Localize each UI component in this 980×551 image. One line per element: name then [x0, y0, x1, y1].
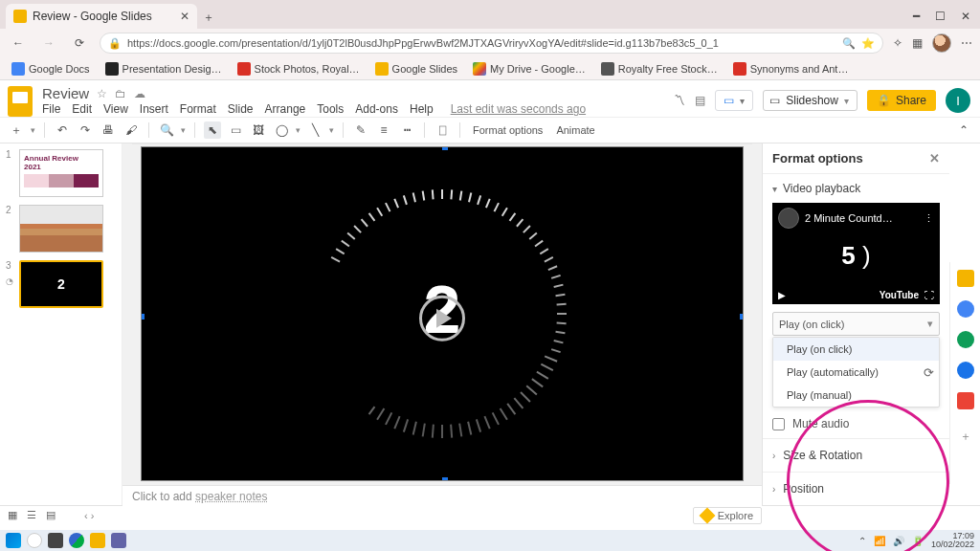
image-tool[interactable]: 🖼: [250, 121, 267, 139]
menu-arrange[interactable]: Arrange: [265, 102, 306, 116]
share-button[interactable]: 🔒Share: [867, 90, 936, 111]
taskview-icon[interactable]: [48, 533, 63, 548]
bookmark-item[interactable]: Stock Photos, Royal…: [232, 60, 366, 77]
border-weight-button[interactable]: ≡: [375, 121, 392, 139]
bookmark-item[interactable]: Google Slides: [369, 60, 464, 77]
collections-icon[interactable]: ▦: [912, 36, 923, 50]
filmstrip[interactable]: 1 Annual Review 2021 2 3◔ 2: [0, 143, 122, 505]
video-playback-section[interactable]: ▾Video playback: [772, 182, 940, 195]
battery-icon[interactable]: 🔋: [912, 536, 924, 546]
shape-tool[interactable]: ◯: [273, 121, 290, 139]
forward-button[interactable]: →: [38, 33, 59, 54]
comments-icon[interactable]: ▤: [695, 94, 705, 107]
line-tool[interactable]: ╲: [306, 121, 323, 139]
extensions-icon[interactable]: ✧: [893, 36, 902, 50]
menu-tools[interactable]: Tools: [317, 102, 344, 116]
play-icon[interactable]: ▶: [778, 290, 786, 300]
present-mode-button[interactable]: ▭▾: [715, 90, 753, 111]
bookmark-item[interactable]: Royalty Free Stock…: [595, 60, 724, 77]
position-section[interactable]: ›Position: [763, 472, 949, 505]
play-mode-select[interactable]: Play (on click) ▾: [772, 312, 940, 336]
minimize-icon[interactable]: ━: [913, 10, 920, 23]
edit-status[interactable]: Last edit was seconds ago: [451, 102, 586, 116]
video-menu-icon[interactable]: ⋮: [924, 212, 934, 225]
menu-insert[interactable]: Insert: [140, 102, 168, 116]
bookmark-item[interactable]: Google Docs: [6, 60, 96, 77]
search-page-icon[interactable]: 🔍: [842, 37, 856, 50]
bookmark-item[interactable]: Presentation Desig…: [100, 60, 228, 77]
crop-button[interactable]: ⎕: [434, 121, 451, 139]
textbox-tool[interactable]: ▭: [227, 121, 244, 139]
calendar-icon[interactable]: [957, 270, 974, 287]
play-option-manual[interactable]: Play (manual): [773, 384, 939, 407]
move-icon[interactable]: 🗀: [115, 87, 126, 100]
undo-button[interactable]: ↶: [54, 121, 71, 139]
size-rotation-section[interactable]: ›Size & Rotation: [763, 438, 949, 472]
volume-icon[interactable]: 🔊: [893, 536, 904, 546]
fullscreen-icon[interactable]: ⛶: [924, 290, 934, 300]
close-panel-icon[interactable]: ✕: [929, 151, 940, 165]
start-icon[interactable]: [6, 533, 21, 548]
bookmark-item[interactable]: Synonyms and Ant…: [727, 60, 855, 77]
play-option-auto[interactable]: Play (automatically): [773, 361, 939, 384]
refresh-icon[interactable]: ⟳: [924, 365, 934, 380]
slide-thumb-3[interactable]: 2: [19, 260, 103, 308]
reload-button[interactable]: ⟳: [69, 33, 90, 54]
account-avatar[interactable]: I: [946, 88, 970, 113]
slide-thumb-1[interactable]: Annual Review 2021: [19, 149, 103, 197]
search-icon[interactable]: [27, 533, 42, 548]
menu-file[interactable]: File: [42, 102, 60, 116]
speaker-notes[interactable]: Click to add speaker notes: [122, 485, 762, 507]
maps-icon[interactable]: [957, 392, 974, 409]
menu-slide[interactable]: Slide: [228, 102, 254, 116]
maximize-icon[interactable]: ☐: [935, 10, 946, 23]
print-button[interactable]: 🖶: [100, 121, 117, 139]
wifi-icon[interactable]: 📶: [874, 536, 885, 546]
teams-icon[interactable]: [111, 533, 126, 548]
mute-audio-row[interactable]: Mute audio: [772, 417, 940, 430]
animate-button[interactable]: Animate: [552, 122, 598, 138]
cloud-status-icon[interactable]: ☁: [134, 87, 145, 100]
border-color-button[interactable]: ✎: [352, 121, 369, 139]
add-addon-icon[interactable]: ＋: [960, 429, 971, 445]
clock[interactable]: 17:09 10/02/2022: [931, 532, 974, 549]
menu-edit[interactable]: Edit: [72, 102, 92, 116]
close-window-icon[interactable]: ✕: [961, 10, 970, 23]
explore-button[interactable]: Explore: [693, 507, 762, 524]
tasks-icon[interactable]: [957, 331, 974, 348]
format-options-button[interactable]: Format options: [469, 122, 546, 138]
favorite-icon[interactable]: ⭐: [861, 37, 875, 50]
star-icon[interactable]: ☆: [97, 87, 107, 100]
zoom-button[interactable]: 🔍: [158, 121, 175, 139]
new-slide-button[interactable]: ＋: [8, 121, 25, 139]
slide-canvas[interactable]: 2: [141, 146, 744, 481]
grid-view-icon[interactable]: ▦: [8, 509, 17, 521]
slides-logo-icon[interactable]: [8, 86, 33, 117]
activity-icon[interactable]: 〽: [674, 94, 685, 107]
menu-view[interactable]: View: [103, 102, 128, 116]
edge-icon[interactable]: [69, 533, 84, 548]
redo-button[interactable]: ↷: [77, 121, 94, 139]
browser-tab[interactable]: Review - Google Slides ✕: [6, 4, 197, 29]
profile-avatar[interactable]: [932, 33, 951, 53]
browser-menu-icon[interactable]: ⋯: [961, 36, 972, 50]
collapse-toolbar-icon[interactable]: ⌃: [955, 121, 972, 139]
contacts-icon[interactable]: [957, 362, 974, 379]
filmstrip-view-icon[interactable]: ☰: [27, 509, 36, 521]
select-tool[interactable]: ⬉: [204, 121, 221, 139]
explorer-icon[interactable]: [90, 533, 105, 548]
slide-thumb-2[interactable]: [19, 205, 103, 253]
paint-format-button[interactable]: 🖌: [122, 121, 140, 139]
tray-chevron-icon[interactable]: ⌃: [858, 536, 866, 546]
play-option-onclick[interactable]: Play (on click): [773, 338, 939, 361]
new-tab-button[interactable]: ＋: [197, 6, 220, 29]
close-tab-icon[interactable]: ✕: [180, 10, 189, 23]
border-dash-button[interactable]: ┅: [398, 121, 415, 139]
mute-checkbox[interactable]: [772, 418, 785, 430]
menu-addons[interactable]: Add-ons: [355, 102, 398, 116]
grid2-icon[interactable]: ▤: [46, 509, 56, 521]
video-preview[interactable]: 2 Minute Countd…⋮ 5 ) ▶ YouTube⛶: [772, 203, 940, 304]
slideshow-button[interactable]: ▭ Slideshow ▾: [763, 90, 858, 111]
play-overlay-icon[interactable]: [419, 296, 465, 342]
keep-icon[interactable]: [957, 300, 974, 318]
